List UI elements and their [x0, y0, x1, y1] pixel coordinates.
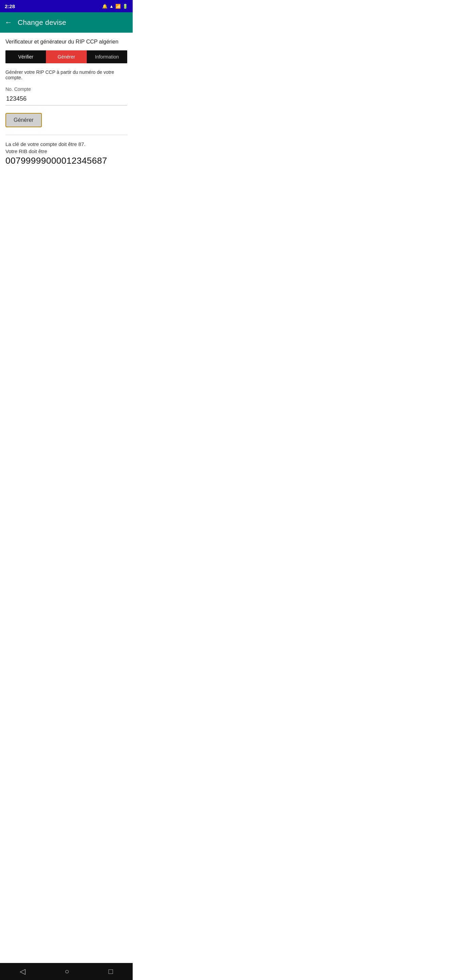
account-input[interactable]	[5, 94, 127, 104]
app-bar: ← Change devise	[0, 12, 133, 33]
tab-generer[interactable]: Générer	[46, 50, 86, 63]
app-bar-title: Change devise	[18, 18, 66, 27]
result-line1: La clé de votre compte doit être 87.	[5, 141, 127, 147]
section-description: Générer votre RIP CCP à partir du numéro…	[5, 69, 127, 80]
tab-information[interactable]: Information	[87, 50, 127, 63]
wifi-icon: ▲	[109, 4, 114, 9]
status-bar: 2:28 🔔 ▲ 📶 🔋	[0, 0, 133, 12]
notification-icon: 🔔	[102, 4, 108, 9]
result-rib-value: 00799999000012345687	[5, 156, 127, 166]
tabs-container: Vérifier Générer Information	[5, 50, 127, 63]
account-input-wrapper	[5, 94, 127, 105]
signal-icon: 📶	[115, 4, 121, 9]
main-content: Verificateur et générateur du RIP CCP al…	[0, 33, 133, 172]
status-time: 2:28	[5, 3, 15, 9]
page-subtitle: Verificateur et générateur du RIP CCP al…	[5, 39, 127, 45]
generer-button[interactable]: Générer	[5, 113, 42, 127]
result-line2: Votre RIB doit être	[5, 148, 127, 154]
tab-verifier[interactable]: Vérifier	[5, 50, 46, 63]
status-icons: 🔔 ▲ 📶 🔋	[102, 4, 128, 9]
back-button[interactable]: ←	[5, 18, 12, 27]
battery-icon: 🔋	[122, 4, 128, 9]
account-label: No. Compte	[5, 86, 127, 92]
result-divider	[5, 135, 127, 135]
